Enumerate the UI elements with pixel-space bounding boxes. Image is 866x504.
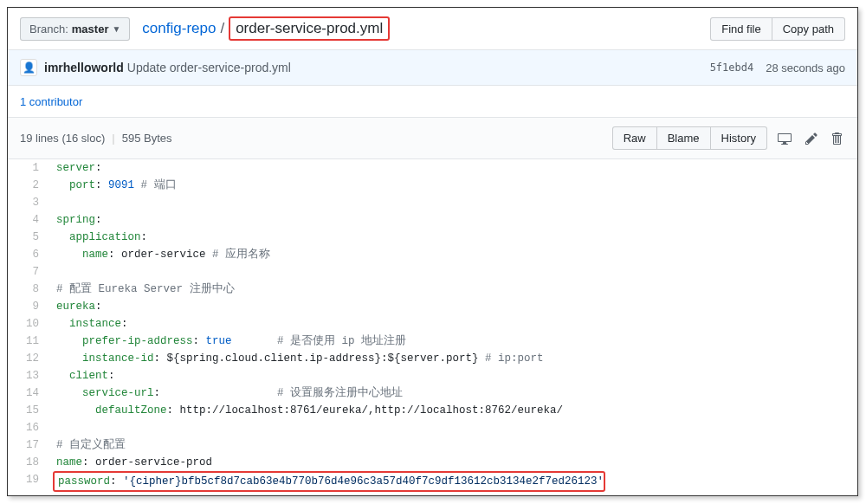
code-line: 11 prefer-ip-address: true # 是否使用 ip 地址注… xyxy=(8,333,857,350)
commit-sha[interactable]: 5f1ebd4 xyxy=(710,61,754,74)
current-filename: order-service-prod.yml xyxy=(229,16,390,41)
code-line: 10 instance: xyxy=(8,315,857,333)
line-content xyxy=(51,419,857,436)
branch-name: master xyxy=(72,23,109,36)
line-number[interactable]: 10 xyxy=(8,315,51,333)
line-content xyxy=(51,194,857,211)
line-number[interactable]: 15 xyxy=(8,402,51,419)
file-lines: 19 lines (16 sloc) xyxy=(20,132,105,145)
line-number[interactable]: 9 xyxy=(8,298,51,315)
line-content: service-url: # 设置服务注册中心地址 xyxy=(51,384,857,402)
trash-icon[interactable] xyxy=(828,128,845,149)
line-number[interactable]: 3 xyxy=(8,194,51,211)
commit-time: 28 seconds ago xyxy=(766,61,845,74)
code-line: 14 service-url: # 设置服务注册中心地址 xyxy=(8,384,857,402)
code-line: 5 application: xyxy=(8,229,857,246)
find-file-button[interactable]: Find file xyxy=(710,17,772,41)
path-actions: Find file Copy path xyxy=(710,17,845,41)
desktop-icon[interactable] xyxy=(774,128,795,149)
line-content: prefer-ip-address: true # 是否使用 ip 地址注册 xyxy=(51,333,857,350)
line-content: server: xyxy=(51,159,857,177)
line-number[interactable]: 7 xyxy=(8,263,51,281)
line-content: name: order-service-prod xyxy=(51,454,857,471)
line-number[interactable]: 6 xyxy=(8,246,51,263)
line-content: client: xyxy=(51,367,857,384)
branch-selector[interactable]: Branch: master ▼ xyxy=(20,17,130,41)
code-line: 9eureka: xyxy=(8,298,857,315)
file-actions: Raw Blame History xyxy=(612,126,845,150)
repo-link[interactable]: config-repo xyxy=(142,20,216,37)
line-number[interactable]: 8 xyxy=(8,281,51,298)
copy-path-button[interactable]: Copy path xyxy=(772,17,845,41)
line-number[interactable]: 17 xyxy=(8,436,51,454)
file-viewer-frame: Branch: master ▼ config-repo / order-ser… xyxy=(7,7,858,496)
code-line: 18name: order-service-prod xyxy=(8,454,857,471)
chevron-down-icon: ▼ xyxy=(112,24,120,34)
file-size: 595 Bytes xyxy=(122,132,172,145)
line-content: spring: xyxy=(51,211,857,229)
code-line: 7 xyxy=(8,263,857,281)
path-separator: / xyxy=(217,20,227,37)
raw-button[interactable]: Raw xyxy=(612,126,656,150)
code-line: 12 instance-id: ${spring.cloud.client.ip… xyxy=(8,350,857,367)
line-number[interactable]: 1 xyxy=(8,159,51,177)
line-number[interactable]: 14 xyxy=(8,384,51,402)
edit-icon[interactable] xyxy=(802,128,821,149)
code-line: 17# 自定义配置 xyxy=(8,436,857,454)
contributors-link[interactable]: 1 contributor xyxy=(20,95,82,108)
line-number[interactable]: 13 xyxy=(8,367,51,384)
line-content: defaultZone: http://localhost:8761/eurek… xyxy=(51,402,857,419)
code-line: 19password: '{cipher}bfb5cf8d7cab63e4b77… xyxy=(8,471,857,492)
divider: | xyxy=(112,132,114,145)
line-number[interactable]: 19 xyxy=(8,471,51,492)
line-content: # 配置 Eureka Server 注册中心 xyxy=(51,281,857,298)
line-content: port: 9091 # 端口 xyxy=(51,177,857,194)
line-number[interactable]: 5 xyxy=(8,229,51,246)
line-number[interactable]: 11 xyxy=(8,333,51,350)
line-content: # 自定义配置 xyxy=(51,436,857,454)
branch-label: Branch: xyxy=(29,23,68,36)
avatar[interactable]: 👤 xyxy=(20,59,37,76)
code-line: 15 defaultZone: http://localhost:8761/eu… xyxy=(8,402,857,419)
line-content: name: order-service # 应用名称 xyxy=(51,246,857,263)
file-toolbar: 19 lines (16 sloc) | 595 Bytes Raw Blame… xyxy=(8,118,857,159)
line-number[interactable]: 2 xyxy=(8,177,51,194)
line-number[interactable]: 4 xyxy=(8,211,51,229)
commit-message[interactable]: Update order-service-prod.yml xyxy=(127,61,291,74)
line-content: eureka: xyxy=(51,298,857,315)
code-line: 3 xyxy=(8,194,857,211)
blame-button[interactable]: Blame xyxy=(656,126,710,150)
breadcrumb: config-repo / order-service-prod.yml xyxy=(142,16,390,41)
line-content: instance-id: ${spring.cloud.client.ip-ad… xyxy=(51,350,857,367)
line-number[interactable]: 12 xyxy=(8,350,51,367)
path-header: Branch: master ▼ config-repo / order-ser… xyxy=(8,8,857,50)
commit-author[interactable]: imrhelloworld xyxy=(44,61,124,74)
line-number[interactable]: 18 xyxy=(8,454,51,471)
code-line: 8# 配置 Eureka Server 注册中心 xyxy=(8,281,857,298)
code-line: 1server: xyxy=(8,159,857,177)
code-viewer: 1server:2 port: 9091 # 端口34spring:5 appl… xyxy=(8,159,857,492)
code-line: 13 client: xyxy=(8,367,857,384)
file-info: 19 lines (16 sloc) | 595 Bytes xyxy=(20,132,172,145)
code-line: 16 xyxy=(8,419,857,436)
contributors-bar: 1 contributor xyxy=(8,86,857,118)
line-content xyxy=(51,263,857,281)
line-number[interactable]: 16 xyxy=(8,419,51,436)
line-content: password: '{cipher}bfb5cf8d7cab63e4b770b… xyxy=(53,471,605,492)
history-button[interactable]: History xyxy=(710,126,767,150)
code-line: 2 port: 9091 # 端口 xyxy=(8,177,857,194)
latest-commit-bar: 👤 imrhelloworld Update order-service-pro… xyxy=(8,50,857,86)
code-line: 6 name: order-service # 应用名称 xyxy=(8,246,857,263)
line-content: instance: xyxy=(51,315,857,333)
line-content: application: xyxy=(51,229,857,246)
code-line: 4spring: xyxy=(8,211,857,229)
